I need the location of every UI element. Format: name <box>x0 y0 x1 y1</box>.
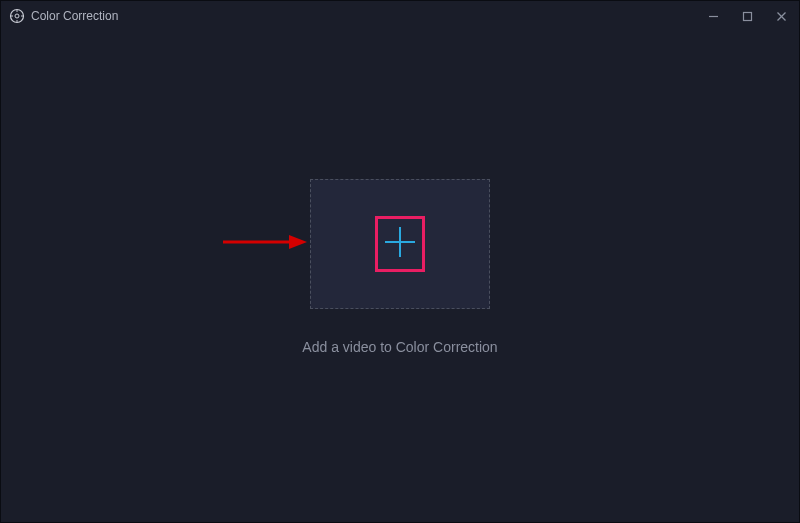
close-button[interactable] <box>771 6 791 26</box>
svg-point-1 <box>15 14 19 18</box>
window-title: Color Correction <box>31 9 118 23</box>
titlebar: Color Correction <box>1 1 799 31</box>
app-icon <box>9 8 25 24</box>
add-video-dropzone[interactable] <box>310 179 490 309</box>
window-controls <box>703 6 791 26</box>
svg-rect-3 <box>743 12 751 20</box>
annotation-arrow-icon <box>221 232 307 256</box>
maximize-button[interactable] <box>737 6 757 26</box>
content-area: Add a video to Color Correction <box>1 31 799 522</box>
svg-marker-7 <box>289 235 307 249</box>
add-video-highlight <box>375 216 425 272</box>
plus-icon <box>383 225 417 263</box>
minimize-button[interactable] <box>703 6 723 26</box>
titlebar-left: Color Correction <box>9 8 118 24</box>
hint-text: Add a video to Color Correction <box>302 339 497 355</box>
